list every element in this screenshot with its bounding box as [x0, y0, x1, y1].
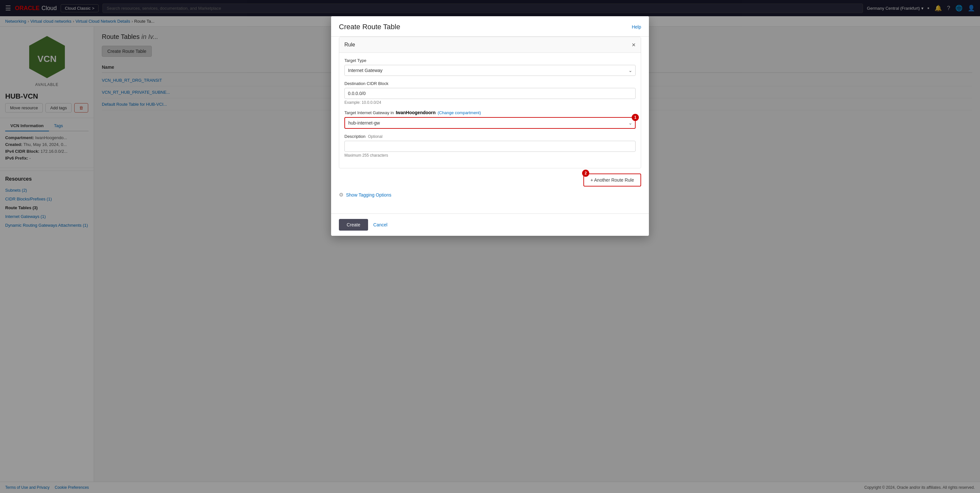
- change-compartment-link[interactable]: (Change compartment): [438, 110, 481, 115]
- target-type-select[interactable]: Internet Gateway: [344, 65, 636, 76]
- target-type-label: Target Type: [344, 58, 636, 63]
- show-tagging-link[interactable]: Show Tagging Options: [346, 192, 391, 197]
- rule-close-button[interactable]: ×: [632, 41, 636, 48]
- cancel-button[interactable]: Cancel: [373, 222, 388, 227]
- gateway-select-wrap: hub-internet-gw ⌄ 1: [344, 117, 636, 129]
- target-compartment: IwanHoogendoorn: [396, 110, 436, 115]
- another-route-rule-button[interactable]: + Another Route Rule: [583, 173, 641, 186]
- target-gateway-row: Target Internet Gateway in IwanHoogendoo…: [344, 110, 636, 115]
- badge-1: 1: [632, 114, 639, 121]
- destination-cidr-hint: Example: 10.0.0.0/24: [344, 100, 636, 105]
- description-group: Description Optional Maximum 255 charact…: [344, 134, 636, 157]
- rule-header: Rule ×: [339, 37, 641, 53]
- description-max-hint: Maximum 255 characters: [344, 153, 636, 157]
- description-label: Description Optional: [344, 134, 636, 139]
- target-gateway-select[interactable]: hub-internet-gw: [344, 117, 636, 129]
- rule-body: Target Type Internet Gateway ⌄ Destinati…: [339, 53, 641, 168]
- target-type-select-wrap: Internet Gateway ⌄: [344, 65, 636, 76]
- target-type-group: Target Type Internet Gateway ⌄: [344, 58, 636, 76]
- tagging-row: ⚙ Show Tagging Options: [339, 192, 641, 198]
- help-link[interactable]: Help: [632, 24, 641, 30]
- target-gateway-group: Target Internet Gateway in IwanHoogendoo…: [344, 110, 636, 129]
- description-input[interactable]: [344, 141, 636, 152]
- destination-cidr-label: Destination CIDR Block: [344, 81, 636, 86]
- modal-footer: Create Cancel: [331, 213, 649, 236]
- rule-label: Rule: [344, 42, 355, 48]
- modal-header: Create Route Table Help: [331, 16, 649, 37]
- tagging-icon: ⚙: [339, 192, 344, 198]
- badge-2: 2: [582, 170, 589, 177]
- rule-section: Rule × Target Type Internet Gateway ⌄: [339, 37, 641, 169]
- destination-cidr-group: Destination CIDR Block Example: 10.0.0.0…: [344, 81, 636, 105]
- create-button[interactable]: Create: [339, 219, 368, 231]
- modal-title: Create Route Table: [339, 23, 400, 31]
- modal-body: Rule × Target Type Internet Gateway ⌄: [331, 37, 649, 213]
- target-gateway-prefix: Target Internet Gateway in: [344, 110, 394, 115]
- modal-overlay: Create Route Table Help Rule × Target Ty…: [0, 0, 980, 493]
- destination-cidr-input[interactable]: [344, 88, 636, 99]
- another-route-rule-area: 2 + Another Route Rule: [339, 173, 641, 186]
- create-route-table-modal: Create Route Table Help Rule × Target Ty…: [331, 16, 649, 236]
